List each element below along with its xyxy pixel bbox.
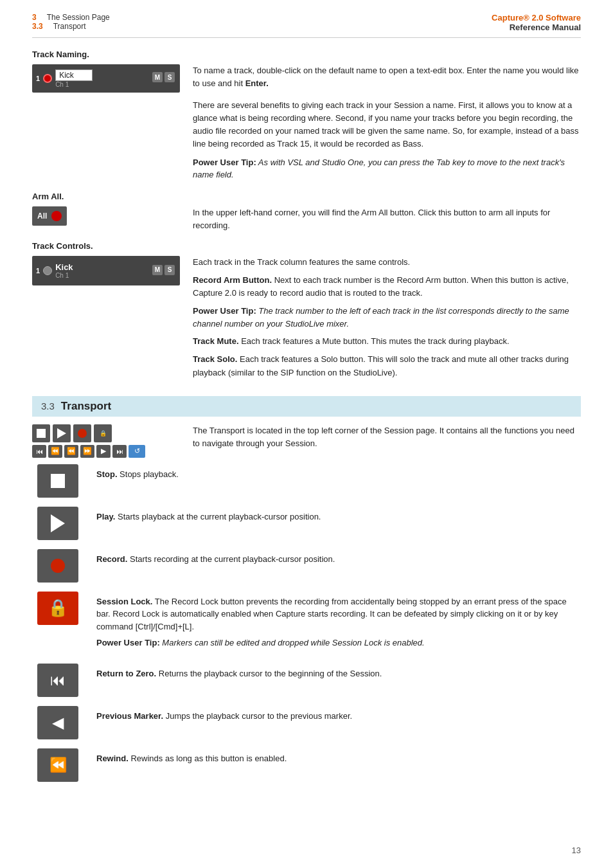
lock-icon: 🔒 (100, 430, 107, 437)
play-large-btn[interactable] (37, 507, 78, 540)
transport-ui: 🔒 ⏮ ⏪ ⏪ ⏩ ▶ ⏭ ↺ (32, 424, 180, 458)
mute-button[interactable]: M (152, 72, 163, 82)
ctrl-track-name: Kick (55, 262, 73, 272)
header-left: 3 The Session Page 3.3 Transport (32, 13, 110, 31)
rtz-icon-container: ⏮ (32, 664, 84, 697)
next-marker-small-btn[interactable]: ▶ (96, 445, 111, 458)
track-naming-desc: To name a track, double-click on the def… (193, 64, 581, 90)
transport-section-title: Transport (61, 400, 111, 413)
track-naming-ui: 1 Kick Ch 1 M S (32, 64, 180, 93)
track-naming-text1: To name a track, double-click on the def… (193, 66, 579, 88)
transport-overview-row: 🔒 ⏮ ⏪ ⏪ ⏩ ▶ ⏭ ↺ The Transport is located… (32, 424, 581, 458)
session-lock-item: 🔒 Session Lock. The Record Lock button p… (32, 592, 581, 655)
page-header: 3 The Session Page 3.3 Transport Capture… (32, 13, 581, 38)
header-right: Capture® 2.0 Software Reference Manual (492, 13, 581, 32)
breadcrumb: 3 The Session Page (32, 13, 110, 22)
loop-small-btn[interactable]: ↺ (129, 445, 145, 458)
track-controls-power-tip: Power User Tip: The track number to the … (193, 305, 581, 330)
chapter-number: 3 (32, 13, 37, 22)
record-large-btn[interactable] (37, 549, 78, 583)
prev-marker-icon-container: ◀ (32, 706, 84, 739)
arm-all-row: All In the upper left-hand corner, you w… (32, 206, 581, 232)
transport-lock-btn[interactable]: 🔒 (94, 424, 112, 442)
track-mute-desc: Track Mute. Each track features a Mute b… (193, 335, 581, 348)
ctrl-ch-label: Ch 1 (55, 272, 73, 279)
stop-icon (37, 429, 46, 438)
ctrl-track-number: 1 (36, 267, 40, 275)
track-naming-power-tip: Power User Tip: As with VSL and Studio O… (193, 156, 581, 181)
record-icon-container (32, 549, 84, 583)
rewind-icon-container: ⏪ (32, 748, 84, 782)
solo-button[interactable]: S (164, 72, 175, 82)
rewind-text: Rewind. Rewinds as long as this button i… (96, 748, 581, 765)
stop-text: Stop. Stops playback. (96, 464, 581, 481)
ctrl-solo-button[interactable]: S (164, 265, 175, 275)
ctrl-ms-buttons: M S (152, 265, 175, 275)
play-text: Play. Starts playback at the current pla… (96, 507, 581, 523)
prev-marker-large-icon: ◀ (52, 714, 64, 732)
track-controls-ui: 1 Kick Ch 1 M S (32, 256, 180, 285)
prev-marker-small-btn[interactable]: ⏪ (48, 445, 62, 458)
section-breadcrumb: 3.3 Transport (32, 22, 110, 31)
end-small-btn[interactable]: ⏭ (112, 445, 127, 458)
rtz-large-btn[interactable]: ⏮ (37, 664, 78, 697)
record-item: Record. Starts recording at the current … (32, 549, 581, 583)
stop-icon-container (32, 464, 84, 498)
transport-rec-btn[interactable] (73, 424, 91, 442)
stop-item: Stop. Stops playback. (32, 464, 581, 498)
track-naming-text2: There are several benefits to giving eac… (193, 99, 581, 151)
rtz-small-btn[interactable]: ⏮ (32, 445, 46, 458)
play-icon (57, 428, 66, 439)
rtz-large-icon: ⏮ (50, 671, 66, 689)
stop-large-btn[interactable] (37, 464, 78, 498)
lock-icon-container: 🔒 (32, 592, 84, 625)
session-lock-btn[interactable]: 🔒 (37, 592, 78, 625)
transport-section-num: 3.3 (41, 401, 55, 411)
track-number-1: 1 (36, 75, 40, 82)
rewind-item: ⏪ Rewind. Rewinds as long as this button… (32, 748, 581, 782)
track-naming-row: 1 Kick Ch 1 M S To name a track, double-… (32, 64, 581, 93)
rtz-item: ⏮ Return to Zero. Returns the playback c… (32, 664, 581, 697)
record-text: Record. Starts recording at the current … (96, 549, 581, 566)
track-controls-desc: Each track in the Track column features … (193, 256, 581, 384)
arm-all-rec-btn[interactable] (51, 211, 62, 221)
ctrl-mute-button[interactable]: M (152, 265, 163, 275)
prev-marker-item: ◀ Previous Marker. Jumps the playback cu… (32, 706, 581, 739)
arm-all-ui: All (32, 206, 180, 226)
rewind-small-btn[interactable]: ⏪ (64, 445, 78, 458)
rewind-large-btn[interactable]: ⏪ (37, 748, 78, 782)
prev-marker-text: Previous Marker. Jumps the playback curs… (96, 706, 581, 723)
record-icon (78, 429, 87, 438)
chapter-label: The Session Page (47, 13, 110, 22)
transport-stop-btn[interactable] (32, 424, 50, 442)
track-name-input[interactable]: Kick (55, 69, 93, 81)
page-container: 3 The Session Page 3.3 Transport Capture… (0, 0, 613, 868)
ff-small-btn[interactable]: ⏩ (80, 445, 94, 458)
transport-play-btn[interactable] (53, 424, 71, 442)
page-number: 13 (572, 845, 581, 855)
track-ch-label: Ch 1 (55, 81, 93, 88)
ctrl-rec-indicator (43, 266, 52, 275)
record-large-icon (51, 559, 65, 573)
section-label: Transport (53, 22, 86, 31)
transport-intro-text: The Transport is located in the top left… (193, 424, 581, 450)
arm-all-desc: In the upper left-hand corner, you will … (193, 206, 581, 232)
track-controls-heading: Track Controls. (32, 241, 581, 251)
section-number: 3.3 (32, 22, 43, 31)
transport-section-bar: 3.3 Transport (32, 396, 581, 417)
track-naming-heading: Track Naming. (32, 50, 581, 59)
manual-title: Reference Manual (492, 23, 581, 32)
track-controls-row: 1 Kick Ch 1 M S Each track in the Track … (32, 256, 581, 384)
play-icon-container (32, 507, 84, 540)
prev-marker-large-btn[interactable]: ◀ (37, 706, 78, 739)
stop-large-icon (51, 474, 65, 488)
track-solo-desc: Track Solo. Each track features a Solo b… (193, 353, 581, 379)
arm-all-heading: Arm All. (32, 192, 581, 201)
session-lock-text: Session Lock. The Record Lock button pre… (96, 592, 581, 655)
track-ms-buttons: M S (152, 72, 175, 82)
rewind-large-icon: ⏪ (49, 757, 67, 773)
play-large-icon (51, 514, 65, 532)
play-item: Play. Starts playback at the current pla… (32, 507, 581, 540)
arm-all-label: All (37, 212, 47, 221)
record-arm-desc: Record Arm Button. Next to each track nu… (193, 274, 581, 300)
